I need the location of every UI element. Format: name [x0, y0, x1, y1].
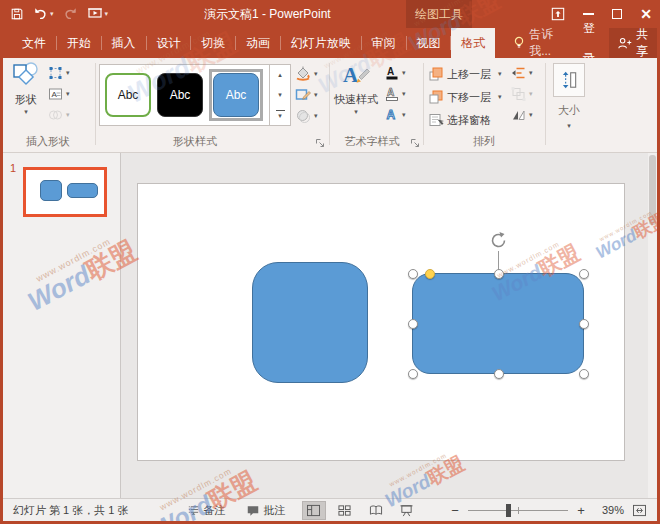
tab-home[interactable]: 开始 — [57, 28, 101, 58]
shape-outline-button[interactable]: ▾ — [294, 84, 318, 105]
tab-file[interactable]: 文件 — [12, 28, 56, 58]
tab-view[interactable]: 视图 — [406, 28, 450, 58]
rotation-handle-icon[interactable] — [489, 231, 508, 250]
wordart-dialog-launcher[interactable] — [410, 138, 420, 148]
quick-styles-caret[interactable]: ▾ — [331, 108, 381, 116]
redo-button[interactable] — [63, 7, 78, 21]
resize-handle-bottom-center[interactable] — [494, 369, 504, 379]
shape-outline-caret[interactable]: ▾ — [314, 91, 318, 99]
text-box-caret[interactable]: ▾ — [66, 90, 70, 98]
slideshow-view-button[interactable] — [395, 501, 419, 520]
group-objects-button[interactable]: ▾ — [510, 83, 533, 104]
gallery-expand-button[interactable]: ▾ — [270, 105, 290, 125]
adjust-handle-yellow[interactable] — [425, 269, 435, 279]
vertical-scrollbar[interactable] — [648, 153, 657, 498]
gallery-scroll-down-button[interactable]: ▾ — [270, 85, 290, 105]
text-effects-button[interactable]: A ▾ — [384, 104, 406, 125]
normal-view-button[interactable] — [302, 501, 326, 520]
shape-style-swatch-2[interactable]: Abc — [157, 73, 203, 117]
shape-fill-button[interactable]: ▾ — [294, 63, 318, 84]
tab-transitions[interactable]: 切换 — [191, 28, 235, 58]
resize-handle-top-right[interactable] — [579, 269, 589, 279]
selection-pane-button[interactable]: 选择窗格 — [428, 111, 491, 129]
text-box-icon: A — [47, 86, 64, 102]
send-backward-button[interactable]: 下移一层 ▾ — [428, 88, 502, 106]
tab-design[interactable]: 设计 — [146, 28, 190, 58]
zoom-slider[interactable] — [468, 503, 568, 517]
ribbon-display-options-button[interactable] — [551, 7, 565, 21]
bring-forward-button[interactable]: 上移一层 ▾ — [428, 65, 502, 83]
merge-shapes-button[interactable]: ▾ — [47, 104, 70, 125]
comments-button[interactable]: 批注 — [246, 503, 286, 518]
shape-fill-caret[interactable]: ▾ — [314, 70, 318, 78]
slide-1-thumbnail[interactable] — [23, 167, 107, 217]
rotate-caret[interactable]: ▾ — [529, 111, 533, 119]
resize-handle-middle-right[interactable] — [579, 319, 589, 329]
tab-animations[interactable]: 动画 — [236, 28, 280, 58]
tell-me-box[interactable]: 告诉我... — [505, 28, 571, 58]
merge-shapes-caret[interactable]: ▾ — [66, 111, 70, 119]
vertical-scrollbar-thumb[interactable] — [649, 155, 656, 225]
shape-styles-dialog-launcher[interactable] — [315, 138, 325, 148]
resize-handle-top-center[interactable] — [494, 269, 504, 279]
shape-style-swatch-1[interactable]: Abc — [105, 73, 151, 117]
save-button[interactable] — [10, 7, 24, 21]
tab-slideshow[interactable]: 幻灯片放映 — [281, 28, 361, 58]
edit-shape-caret[interactable]: ▾ — [66, 69, 70, 77]
slide-sorter-view-button[interactable] — [333, 501, 357, 520]
align-button[interactable]: ▾ — [510, 62, 533, 83]
lightbulb-icon — [513, 36, 525, 50]
align-caret[interactable]: ▾ — [529, 69, 533, 77]
zoom-slider-thumb[interactable] — [506, 504, 511, 517]
bring-forward-label: 上移一层 — [447, 67, 491, 82]
tab-review[interactable]: 审阅 — [362, 28, 406, 58]
share-button[interactable]: 共享 — [609, 28, 660, 58]
resize-handle-bottom-right[interactable] — [579, 369, 589, 379]
quick-styles-button[interactable]: A 快速样式 ▾ — [331, 61, 381, 116]
gallery-scroll-up-button[interactable]: ▴ — [270, 65, 290, 85]
undo-dropdown-caret[interactable]: ▾ — [50, 10, 54, 18]
zoom-out-button[interactable]: − — [450, 503, 460, 518]
edit-shape-button[interactable]: ▾ — [47, 62, 70, 83]
undo-button[interactable]: ▾ — [33, 7, 54, 21]
rotate-icon — [510, 107, 527, 123]
text-outline-caret[interactable]: ▾ — [402, 90, 406, 98]
wordart-quick-styles-icon: A — [341, 61, 371, 88]
shape-effects-button[interactable]: ▾ — [294, 105, 318, 126]
size-button-iconbox[interactable] — [553, 63, 585, 97]
slide-editing-surface[interactable] — [137, 183, 625, 461]
ribbon: 形状 ▾ ▾ A ▾ ▾ 插入形状 — [0, 58, 660, 153]
window-title: 演示文稿1 - PowerPoint — [204, 0, 331, 28]
shape-style-swatch-3-selected[interactable]: Abc — [213, 73, 259, 117]
shapes-dropdown-caret[interactable]: ▾ — [6, 108, 46, 116]
fit-slide-to-window-button[interactable] — [632, 504, 647, 517]
shapes-button[interactable]: 形状 ▾ — [6, 61, 46, 116]
zoom-in-button[interactable]: + — [576, 503, 586, 518]
start-slideshow-button[interactable]: ▾ — [87, 7, 109, 21]
text-outline-button[interactable]: A ▾ — [384, 83, 406, 104]
group-objects-caret[interactable]: ▾ — [529, 90, 533, 98]
slideshow-dropdown-caret[interactable]: ▾ — [105, 10, 109, 18]
tab-insert[interactable]: 插入 — [102, 28, 146, 58]
resize-handle-bottom-left[interactable] — [408, 369, 418, 379]
rounded-rectangle-shape-right-selected[interactable] — [412, 273, 584, 374]
shape-effects-caret[interactable]: ▾ — [314, 112, 318, 120]
send-backward-caret[interactable]: ▾ — [498, 93, 502, 101]
rounded-rectangle-shape-left[interactable] — [252, 262, 368, 383]
bring-forward-caret[interactable]: ▾ — [498, 70, 502, 78]
tab-format-active[interactable]: 格式 — [451, 28, 495, 58]
close-button[interactable]: ✕ — [640, 7, 652, 21]
notes-button[interactable]: 备注 — [187, 503, 226, 518]
shapes-icon — [12, 61, 40, 88]
rotate-button[interactable]: ▾ — [510, 104, 533, 125]
text-effects-caret[interactable]: ▾ — [402, 111, 406, 119]
text-fill-button[interactable]: A ▾ — [384, 62, 406, 83]
text-box-button[interactable]: A ▾ — [47, 83, 70, 104]
text-fill-caret[interactable]: ▾ — [402, 69, 406, 77]
zoom-percentage[interactable]: 39% — [594, 504, 624, 516]
resize-handle-top-left[interactable] — [408, 269, 418, 279]
size-caret[interactable]: ▾ — [567, 122, 571, 129]
reading-view-button[interactable] — [364, 501, 388, 520]
maximize-button[interactable] — [612, 9, 622, 19]
resize-handle-middle-left[interactable] — [408, 319, 418, 329]
